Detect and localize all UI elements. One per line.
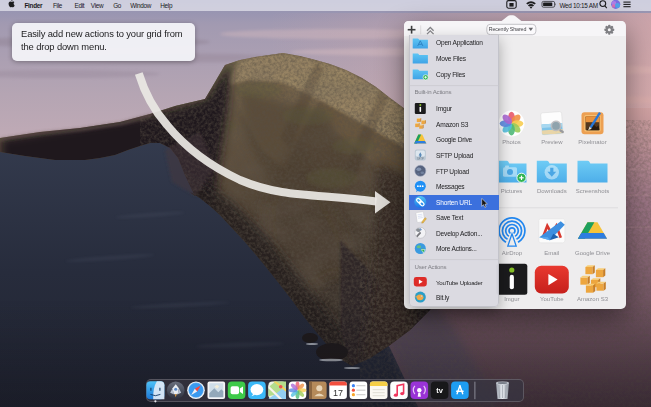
svg-text:Google Drive: Google Drive bbox=[575, 250, 611, 256]
svg-text:Photos: Photos bbox=[502, 139, 521, 145]
svg-text:17: 17 bbox=[333, 388, 343, 398]
svg-text:Pictures: Pictures bbox=[501, 188, 523, 194]
svg-text:Downloads: Downloads bbox=[537, 188, 567, 194]
svg-text:Screenshots: Screenshots bbox=[576, 188, 609, 194]
svg-text:YouTube: YouTube bbox=[540, 296, 564, 302]
svg-text:Email: Email bbox=[544, 250, 559, 256]
svg-text:Imgur: Imgur bbox=[504, 296, 519, 302]
svg-text:Pixelmator: Pixelmator bbox=[578, 139, 606, 145]
svg-text:Amazon S3: Amazon S3 bbox=[577, 296, 609, 302]
svg-text:AirDrop: AirDrop bbox=[502, 250, 523, 256]
svg-text:Preview: Preview bbox=[541, 139, 563, 145]
svg-text:tv: tv bbox=[436, 386, 443, 395]
svg-text:Recently Shared: Recently Shared bbox=[489, 26, 527, 32]
